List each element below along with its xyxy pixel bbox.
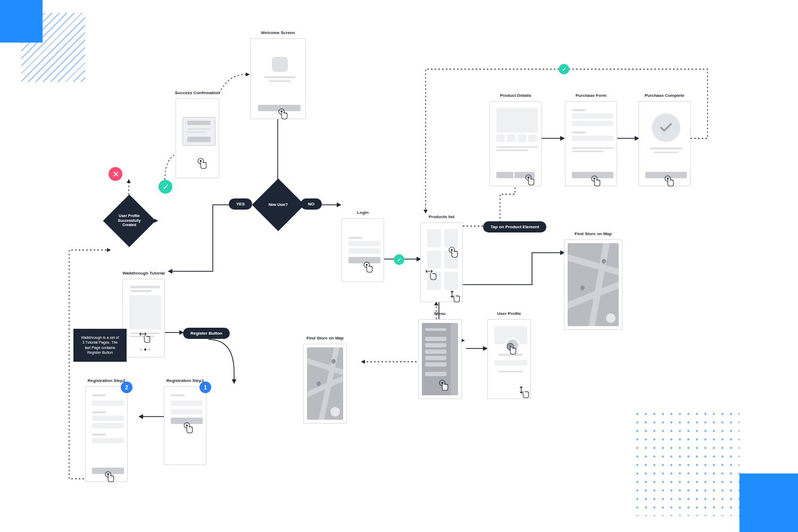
screen-title: Product Details bbox=[500, 93, 531, 98]
wf-line bbox=[130, 290, 152, 292]
screen-login[interactable]: Login bbox=[342, 218, 384, 282]
wf-input bbox=[92, 423, 124, 428]
wf-input bbox=[92, 438, 124, 443]
decoration-dots bbox=[633, 410, 739, 516]
screen-title: Login bbox=[357, 210, 369, 215]
screen-title: Purchase Complete bbox=[645, 93, 685, 98]
screen-title: Registration Step2 bbox=[88, 378, 126, 383]
wf-price bbox=[496, 172, 513, 178]
wf-line bbox=[498, 371, 523, 372]
wf-map bbox=[307, 347, 343, 420]
wf-input bbox=[171, 409, 203, 414]
screen-title: Walkthrough Tutorial bbox=[122, 271, 165, 276]
screen-title: Purchase Form bbox=[576, 93, 606, 98]
label-yes: YES bbox=[229, 198, 252, 210]
tap-icon bbox=[194, 156, 209, 171]
svg-point-1 bbox=[281, 111, 283, 113]
note-walkthrough: Walkthrough is a set of 3 Tutorial Pages… bbox=[73, 329, 127, 362]
wf-line bbox=[92, 394, 106, 396]
wf-thumb bbox=[507, 135, 516, 142]
wf-hero-image bbox=[496, 108, 538, 132]
tap-icon bbox=[180, 421, 195, 436]
tap-icon bbox=[445, 245, 460, 260]
label-register-button: Register Button bbox=[183, 328, 230, 339]
swipe-horizontal-icon bbox=[424, 268, 439, 282]
screen-products-list[interactable]: Products list bbox=[420, 222, 463, 302]
close-icon: ✕ bbox=[112, 169, 119, 179]
tap-icon bbox=[504, 342, 519, 357]
screen-find-store-map-2[interactable]: Find Store on Map bbox=[564, 239, 622, 330]
tap-icon bbox=[275, 107, 290, 122]
screen-title: Welcome Screen bbox=[261, 30, 295, 35]
decoration-bottom-square bbox=[739, 473, 798, 532]
screen-purchase-form[interactable]: Purchase Form bbox=[565, 101, 617, 186]
success-icon: ✓ bbox=[394, 254, 404, 265]
wf-line bbox=[572, 147, 613, 149]
success-icon: ✓ bbox=[559, 64, 569, 74]
success-icon: ✓ bbox=[159, 180, 172, 194]
tap-icon bbox=[661, 174, 676, 189]
screen-find-store-map-1[interactable]: Find Store on Map bbox=[303, 344, 347, 423]
flow-canvas: Welcome Screen Success Confirmation New bbox=[0, 0, 798, 532]
wf-product-card bbox=[444, 229, 458, 247]
decoration-top-square bbox=[0, 0, 43, 43]
screen-title: Registration Step1 bbox=[167, 378, 204, 383]
check-icon: ✓ bbox=[162, 182, 169, 192]
svg-point-11 bbox=[451, 249, 453, 251]
screen-menu[interactable]: Menu bbox=[418, 319, 462, 399]
screen-title: Success Confirmation bbox=[175, 90, 220, 95]
wf-hero-image bbox=[129, 295, 161, 329]
wf-thumb bbox=[518, 135, 526, 142]
screen-registration-step2[interactable]: Registration Step2 2 bbox=[85, 386, 128, 482]
wf-input bbox=[92, 415, 124, 421]
screen-title: Find Store on Map bbox=[575, 231, 612, 236]
screen-user-profile[interactable]: User Profile bbox=[487, 319, 531, 399]
step-number: 2 bbox=[125, 385, 128, 390]
svg-point-5 bbox=[186, 425, 188, 427]
screen-walkthrough[interactable]: Walkthrough Tutorial bbox=[122, 279, 165, 358]
wf-product-card bbox=[444, 272, 458, 290]
wf-input bbox=[348, 248, 380, 254]
step-badge: 1 bbox=[200, 381, 211, 393]
tap-icon bbox=[360, 260, 375, 275]
note-text: Walkthrough is a set of 3 Tutorial Pages… bbox=[81, 336, 119, 354]
screen-purchase-complete[interactable]: Purchase Complete bbox=[638, 101, 691, 186]
wf-input bbox=[572, 121, 613, 126]
wf-line bbox=[348, 237, 362, 239]
decision-new-user[interactable]: New User? bbox=[252, 179, 305, 231]
check-icon: ✓ bbox=[562, 66, 567, 73]
wf-line bbox=[92, 411, 106, 413]
step-number: 1 bbox=[204, 385, 207, 390]
step-badge: 2 bbox=[121, 381, 132, 393]
wf-line bbox=[269, 80, 291, 82]
check-icon: ✓ bbox=[397, 256, 402, 263]
wf-dialog bbox=[182, 117, 215, 146]
wf-product-card bbox=[427, 229, 441, 247]
screen-title: Products list bbox=[429, 214, 454, 219]
screen-welcome[interactable]: Welcome Screen bbox=[250, 38, 306, 119]
label-tap-product: Tap on Product Element bbox=[483, 221, 546, 232]
wf-line bbox=[654, 152, 678, 153]
wf-line bbox=[130, 286, 160, 288]
screen-title: User Profile bbox=[497, 311, 521, 316]
screen-success-confirmation[interactable]: Success Confirmation bbox=[176, 98, 219, 178]
wf-line bbox=[264, 76, 295, 78]
svg-point-17 bbox=[667, 178, 669, 180]
wf-app-icon bbox=[272, 57, 288, 72]
decision-label: New User? bbox=[260, 186, 297, 223]
wf-page-dots bbox=[140, 348, 151, 351]
svg-point-19 bbox=[442, 382, 444, 384]
wf-input bbox=[171, 401, 203, 406]
svg-point-7 bbox=[107, 473, 110, 476]
screen-product-details[interactable]: Product Details bbox=[489, 101, 542, 186]
tap-icon bbox=[102, 470, 117, 485]
wf-input bbox=[92, 401, 124, 406]
screen-registration-step1[interactable]: Registration Step1 1 bbox=[164, 386, 206, 465]
decision-profile-created[interactable]: User Profile Successfully Created bbox=[103, 195, 156, 247]
wf-thumb bbox=[528, 135, 537, 142]
tap-icon bbox=[588, 174, 603, 189]
wf-thumb bbox=[496, 135, 505, 142]
wf-line bbox=[572, 151, 604, 152]
wf-input bbox=[572, 136, 613, 141]
wf-line bbox=[92, 434, 106, 436]
